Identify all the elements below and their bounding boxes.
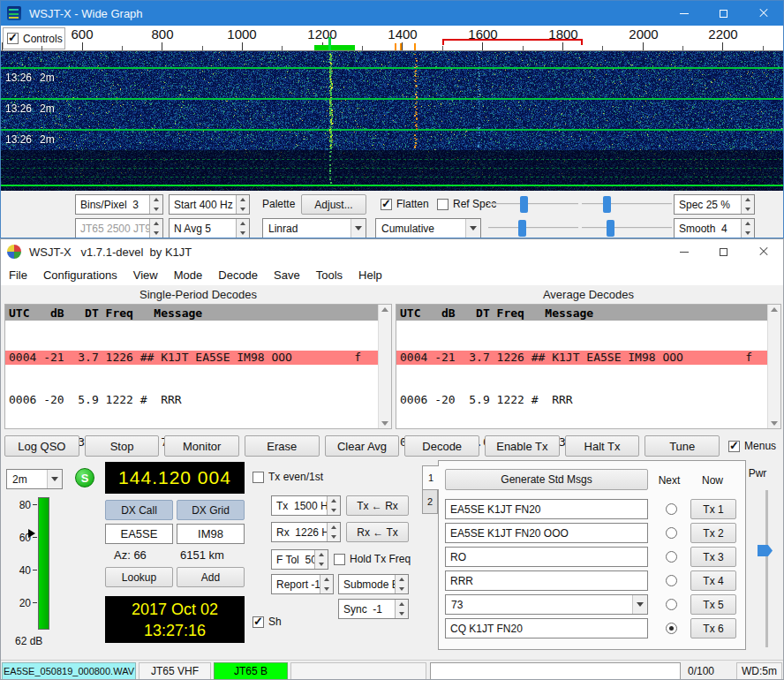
decode-button[interactable]: Decode (404, 435, 479, 457)
tx-message-field-3[interactable]: RO (445, 547, 648, 567)
halt-tx-button[interactable]: Halt Tx (565, 435, 640, 457)
report-spinner[interactable]: Report -15 (271, 574, 334, 594)
scroll-down-icon[interactable] (771, 421, 778, 426)
menus-toggle[interactable]: Menus (725, 435, 780, 457)
bins-pixel-spinner[interactable]: Bins/Pixel 3 (75, 194, 163, 215)
menu-help[interactable]: Help (351, 268, 390, 282)
tx-4-button[interactable]: Tx 4 (690, 570, 736, 591)
tx-2-button[interactable]: Tx 2 (690, 523, 736, 543)
tx-3-button[interactable]: Tx 3 (690, 547, 736, 567)
slider-handle[interactable] (518, 220, 526, 237)
lookup-button[interactable]: Lookup (105, 567, 173, 587)
palette-adjust-button[interactable]: Adjust... (301, 194, 366, 215)
tx-6-button[interactable]: Tx 6 (690, 618, 736, 638)
chevron-down-icon[interactable] (465, 219, 480, 238)
log-qso-button[interactable]: Log QSO (4, 435, 79, 457)
spin-up-icon[interactable] (315, 550, 328, 560)
waterfall[interactable]: 13:262m 13:262m 13:262m (1, 51, 783, 191)
next-radio-5[interactable] (666, 599, 677, 610)
next-radio-6[interactable] (666, 623, 677, 634)
hold-tx-freq-checkbox[interactable] (334, 554, 345, 565)
menu-view[interactable]: View (125, 268, 166, 282)
sh-toggle[interactable]: Sh (253, 616, 282, 628)
spin-up-icon[interactable] (742, 195, 754, 205)
tx-message-field-6[interactable]: CQ K1JT FN20 (445, 618, 648, 638)
spin-down-icon[interactable] (328, 533, 340, 542)
menu-mode[interactable]: Mode (166, 268, 211, 282)
chevron-down-icon[interactable] (632, 595, 647, 614)
tx-message-field-1[interactable]: EA5SE K1JT FN20 (445, 499, 648, 519)
spin-up-icon[interactable] (237, 219, 249, 229)
slider-handle[interactable] (607, 220, 614, 237)
add-button[interactable]: Add (177, 567, 245, 587)
generate-std-msgs-button[interactable]: Generate Std Msgs (445, 469, 648, 490)
stop-button[interactable]: Stop (85, 435, 160, 457)
spec-percent-spinner[interactable]: Spec 25 % (674, 194, 755, 215)
spectrum-gain-slider[interactable] (488, 218, 578, 238)
clear-avg-button[interactable]: Clear Avg (325, 435, 400, 457)
monitor-button[interactable]: Monitor (164, 435, 239, 457)
next-radio-1[interactable] (666, 503, 677, 515)
tx-even-toggle[interactable]: Tx even/1st (253, 471, 323, 483)
tx-freq-spinner[interactable]: Tx 1500 Hz (271, 495, 341, 516)
tx-message-field-5[interactable]: 73 (445, 594, 648, 615)
decode-row[interactable]: 0004 -21 3.7 1226 ## K1JT EA5SE IM98 OOO… (396, 351, 767, 365)
menu-tools[interactable]: Tools (308, 268, 351, 282)
spin-down-icon[interactable] (328, 506, 340, 516)
dx-call-button[interactable]: DX Call (105, 500, 173, 520)
menu-configurations[interactable]: Configurations (35, 268, 125, 282)
tx-1-button[interactable]: Tx 1 (690, 499, 736, 519)
main-titlebar[interactable]: WSJT-X v1.7.1-devel by K1JT (1, 239, 783, 264)
erase-button[interactable]: Erase (245, 435, 320, 457)
scroll-down-icon[interactable] (381, 421, 388, 426)
waterfall-zero-slider[interactable] (582, 194, 672, 215)
submode-spinner[interactable]: Submode B (338, 574, 409, 594)
spin-down-icon[interactable] (315, 560, 328, 570)
wide-graph-titlebar[interactable]: WSJT-X - Wide Graph (1, 1, 783, 26)
n-avg-spinner[interactable]: N Avg 5 (169, 218, 250, 238)
decode-row[interactable]: 0006 -20 5.9 1222 # RRR (5, 393, 378, 407)
spin-up-icon[interactable] (396, 575, 408, 585)
next-radio-4[interactable] (666, 575, 677, 586)
waterfall-canvas[interactable] (1, 51, 784, 191)
menu-save[interactable]: Save (266, 268, 308, 282)
enable-tx-button[interactable]: Enable Tx (485, 435, 560, 457)
menu-file[interactable]: File (1, 268, 35, 282)
scroll-up-icon[interactable] (771, 307, 778, 312)
sh-checkbox[interactable] (253, 616, 264, 628)
minimize-icon[interactable] (664, 239, 704, 264)
flatten-checkbox[interactable] (381, 199, 392, 210)
spin-up-icon[interactable] (237, 195, 249, 205)
menu-decode[interactable]: Decode (210, 268, 266, 282)
spin-up-icon[interactable] (320, 575, 333, 585)
tx-message-field-2[interactable]: EA5SE K1JT FN20 OOO (445, 523, 648, 543)
band-select[interactable]: 2m (6, 469, 63, 489)
hold-tx-freq-toggle[interactable]: Hold Tx Freq (334, 553, 411, 565)
spin-up-icon[interactable] (396, 600, 408, 609)
sync-spinner[interactable]: Sync -1 (338, 599, 409, 619)
ref-spec-checkbox[interactable] (437, 199, 449, 210)
dx-call-field[interactable]: EA5SE (105, 524, 173, 544)
scroll-up-icon[interactable] (381, 307, 388, 312)
spin-up-icon[interactable] (742, 219, 754, 229)
tx-message-field-4[interactable]: RRR (445, 570, 648, 591)
dx-grid-field[interactable]: IM98 (177, 524, 245, 544)
frequency-ruler[interactable]: Controls 600 800 1000 1200 1400 1600 180… (1, 26, 783, 51)
spin-down-icon[interactable] (396, 609, 408, 619)
spectrum-zero-slider[interactable] (582, 218, 672, 238)
maximize-icon[interactable] (704, 1, 743, 26)
chevron-down-icon[interactable] (47, 470, 62, 488)
tab-2[interactable]: 2 (422, 489, 438, 514)
pwr-slider-handle[interactable] (758, 545, 773, 556)
close-icon[interactable] (743, 1, 783, 26)
menus-checkbox[interactable] (728, 441, 740, 452)
slider-handle[interactable] (603, 196, 611, 213)
waterfall-gain-slider[interactable] (488, 194, 578, 215)
rx-freq-spinner[interactable]: Rx 1226 Hz (271, 522, 341, 542)
spin-down-icon[interactable] (396, 585, 408, 594)
next-radio-2[interactable] (666, 527, 677, 539)
tx-5-button[interactable]: Tx 5 (690, 594, 736, 615)
start-freq-spinner[interactable]: Start 400 Hz (169, 194, 250, 215)
tx-even-checkbox[interactable] (253, 472, 264, 483)
tx-from-rx-button[interactable]: Tx ← Rx (346, 495, 409, 516)
